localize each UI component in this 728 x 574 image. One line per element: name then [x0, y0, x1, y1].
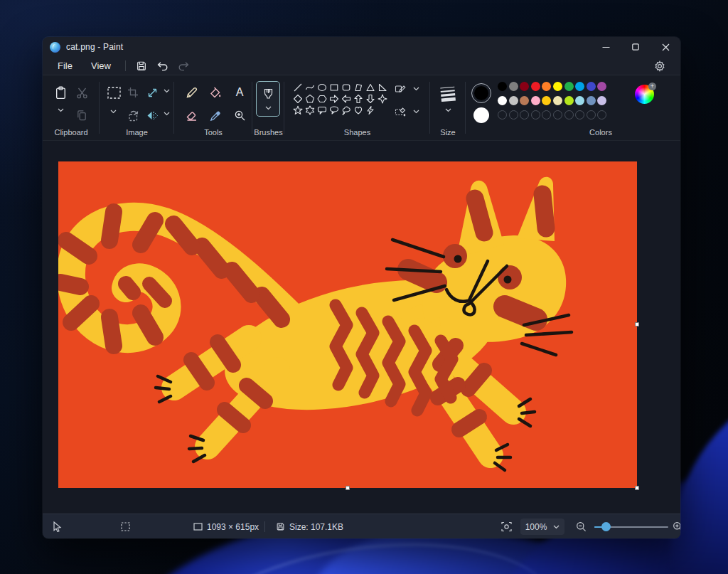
shape-star-5[interactable]	[291, 105, 304, 116]
shape-fill-button[interactable]	[392, 104, 408, 119]
shape-arrow-down[interactable]	[364, 93, 376, 105]
titlebar[interactable]: cat.png - Paint	[43, 37, 680, 57]
shape-star-4[interactable]	[376, 93, 388, 105]
palette-empty-slot-2[interactable]	[509, 110, 518, 119]
size-button[interactable]	[437, 84, 459, 102]
save-button[interactable]	[131, 58, 152, 74]
color-1-swatch[interactable]	[471, 83, 491, 103]
palette-color-#b97a57[interactable]	[520, 96, 529, 105]
copy-button[interactable]	[73, 106, 91, 124]
palette-color-#c8bfe7[interactable]	[597, 96, 606, 105]
palette-empty-slot-8[interactable]	[575, 110, 584, 119]
palette-color-#b5e61d[interactable]	[564, 96, 574, 105]
shape-arrow-up[interactable]	[352, 93, 364, 105]
palette-empty-slot-10[interactable]	[597, 110, 606, 119]
color-picker-tool[interactable]	[206, 106, 225, 124]
palette-color-#7092be[interactable]	[587, 96, 596, 105]
redo-button[interactable]	[173, 58, 195, 74]
shape-callout-rounded[interactable]	[316, 105, 328, 116]
canvas-resize-handle-bottom[interactable]	[346, 486, 350, 490]
shape-polygon[interactable]	[352, 82, 364, 93]
select-dropdown-chevron[interactable]	[108, 108, 118, 115]
fill-tool[interactable]	[206, 83, 225, 102]
settings-gear-icon[interactable]	[649, 58, 670, 74]
color-2-swatch[interactable]	[473, 107, 489, 123]
zoom-slider-handle[interactable]	[601, 522, 611, 531]
palette-color-#22b14c[interactable]	[564, 82, 574, 91]
view-menu[interactable]: View	[82, 58, 120, 73]
close-button[interactable]	[651, 37, 680, 57]
file-menu[interactable]: File	[48, 58, 82, 73]
pencil-tool[interactable]	[182, 83, 200, 102]
palette-empty-slot-3[interactable]	[520, 110, 529, 119]
shape-hexagon[interactable]	[316, 93, 328, 105]
shape-line[interactable]	[291, 82, 304, 93]
palette-color-#3f48cc[interactable]	[587, 82, 596, 91]
magnifier-tool[interactable]	[230, 106, 249, 124]
palette-color-#000000[interactable]	[498, 82, 507, 91]
drawing-canvas[interactable]	[58, 161, 637, 488]
palette-color-#ff7f27[interactable]	[542, 82, 551, 91]
palette-empty-slot-9[interactable]	[587, 110, 596, 119]
palette-color-#a349a4[interactable]	[597, 82, 606, 91]
cut-button[interactable]	[73, 83, 91, 102]
zoom-level-dropdown[interactable]: 100%	[520, 519, 564, 535]
palette-empty-slot-5[interactable]	[542, 110, 551, 119]
flip-dropdown-chevron[interactable]	[161, 110, 171, 117]
shape-right-triangle[interactable]	[376, 82, 388, 93]
select-button[interactable]	[105, 83, 123, 102]
shape-triangle[interactable]	[364, 82, 376, 93]
shape-pentagon[interactable]	[304, 93, 316, 105]
palette-color-#fff200[interactable]	[553, 82, 562, 91]
palette-color-#99d9ea[interactable]	[575, 96, 584, 105]
palette-color-#7f7f7f[interactable]	[509, 82, 518, 91]
shape-outline-button[interactable]	[392, 81, 408, 97]
zoom-to-fit-button[interactable]	[501, 514, 512, 538]
minimize-button[interactable]	[591, 37, 621, 57]
shape-rounded-rectangle[interactable]	[340, 82, 352, 93]
shape-lightning[interactable]	[364, 105, 376, 116]
shape-heart[interactable]	[352, 105, 364, 116]
shape-diamond[interactable]	[291, 93, 304, 105]
zoom-slider[interactable]	[594, 526, 668, 528]
shape-curve[interactable]	[304, 82, 316, 93]
shape-star-6[interactable]	[304, 105, 316, 116]
crop-button[interactable]	[124, 83, 142, 102]
palette-color-#ffffff[interactable]	[498, 96, 507, 105]
eraser-tool[interactable]	[182, 106, 200, 124]
shape-callout-cloud[interactable]	[340, 105, 352, 116]
palette-empty-slot-7[interactable]	[564, 110, 574, 119]
shape-arrow-right[interactable]	[328, 93, 340, 105]
shape-rectangle[interactable]	[328, 82, 340, 93]
palette-empty-slot-6[interactable]	[553, 110, 562, 119]
paste-dropdown-chevron[interactable]	[55, 107, 65, 114]
canvas-resize-handle-corner[interactable]	[635, 486, 639, 490]
palette-color-#ffc90e[interactable]	[542, 96, 551, 105]
rotate-button[interactable]	[124, 106, 142, 124]
shape-arrow-left[interactable]	[340, 93, 352, 105]
palette-color-#efe4b0[interactable]	[553, 96, 562, 105]
palette-color-#c3c3c3[interactable]	[509, 96, 518, 105]
palette-empty-slot-4[interactable]	[531, 110, 540, 119]
zoom-out-button[interactable]	[576, 514, 587, 538]
palette-color-#880015[interactable]	[520, 82, 529, 91]
resize-dropdown-chevron[interactable]	[161, 87, 171, 95]
shape-ellipse[interactable]	[316, 82, 328, 93]
maximize-button[interactable]	[621, 37, 651, 57]
brushes-button[interactable]	[256, 81, 280, 117]
canvas-resize-handle-right[interactable]	[635, 322, 639, 326]
undo-button[interactable]	[152, 58, 173, 74]
palette-color-#00a2e8[interactable]	[575, 82, 584, 91]
paste-button[interactable]	[51, 83, 70, 102]
palette-color-#ed1c24[interactable]	[531, 82, 540, 91]
palette-empty-slot-1[interactable]	[498, 110, 507, 119]
flip-button[interactable]	[143, 106, 161, 124]
resize-button[interactable]	[143, 83, 161, 102]
size-dropdown-chevron[interactable]	[443, 107, 453, 114]
outline-dropdown-chevron[interactable]	[411, 85, 421, 92]
fill-dropdown-chevron[interactable]	[411, 108, 421, 115]
palette-color-#ffaec9[interactable]	[531, 96, 540, 105]
shape-callout-oval[interactable]	[328, 105, 340, 116]
text-tool[interactable]: A	[230, 83, 249, 102]
zoom-in-button[interactable]	[673, 514, 680, 538]
